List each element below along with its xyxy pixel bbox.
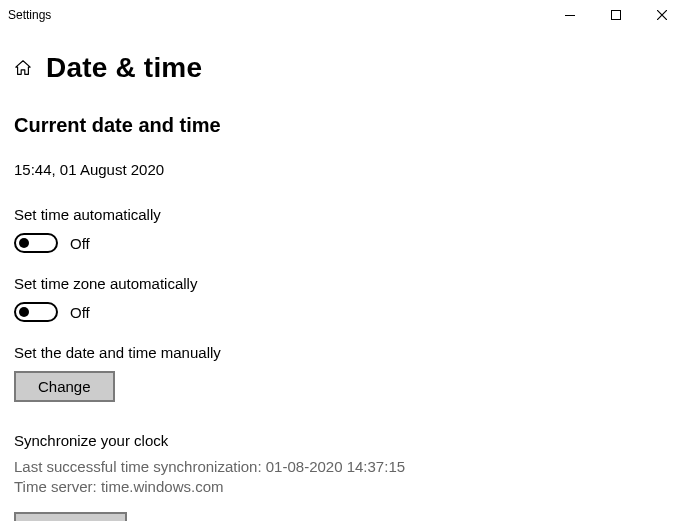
auto-time-row: Off <box>14 233 671 253</box>
last-sync-text: Last successful time synchronization: 01… <box>14 457 671 477</box>
svg-rect-0 <box>565 15 575 16</box>
auto-tz-state: Off <box>70 304 90 321</box>
window-title: Settings <box>8 8 547 22</box>
current-datetime-heading: Current date and time <box>14 114 671 137</box>
home-icon[interactable] <box>14 59 32 77</box>
manual-set-label: Set the date and time manually <box>14 344 671 361</box>
change-button[interactable]: Change <box>14 371 115 402</box>
close-button[interactable] <box>639 0 685 30</box>
sync-info: Last successful time synchronization: 01… <box>14 457 671 498</box>
svg-rect-1 <box>612 11 621 20</box>
auto-tz-toggle[interactable] <box>14 302 58 322</box>
page-title: Date & time <box>46 52 202 84</box>
auto-time-state: Off <box>70 235 90 252</box>
current-datetime-value: 15:44, 01 August 2020 <box>14 161 671 178</box>
sync-heading: Synchronize your clock <box>14 432 671 449</box>
toggle-knob <box>19 238 29 248</box>
auto-tz-label: Set time zone automatically <box>14 275 671 292</box>
titlebar: Settings <box>0 0 685 30</box>
sync-now-button[interactable]: Sync now <box>14 512 127 522</box>
window-controls <box>547 0 685 30</box>
auto-time-label: Set time automatically <box>14 206 671 223</box>
page-header: Date & time <box>14 52 671 84</box>
minimize-button[interactable] <box>547 0 593 30</box>
maximize-button[interactable] <box>593 0 639 30</box>
content-area: Date & time Current date and time 15:44,… <box>0 30 685 521</box>
toggle-knob <box>19 307 29 317</box>
auto-tz-row: Off <box>14 302 671 322</box>
auto-time-toggle[interactable] <box>14 233 58 253</box>
time-server-text: Time server: time.windows.com <box>14 477 671 497</box>
